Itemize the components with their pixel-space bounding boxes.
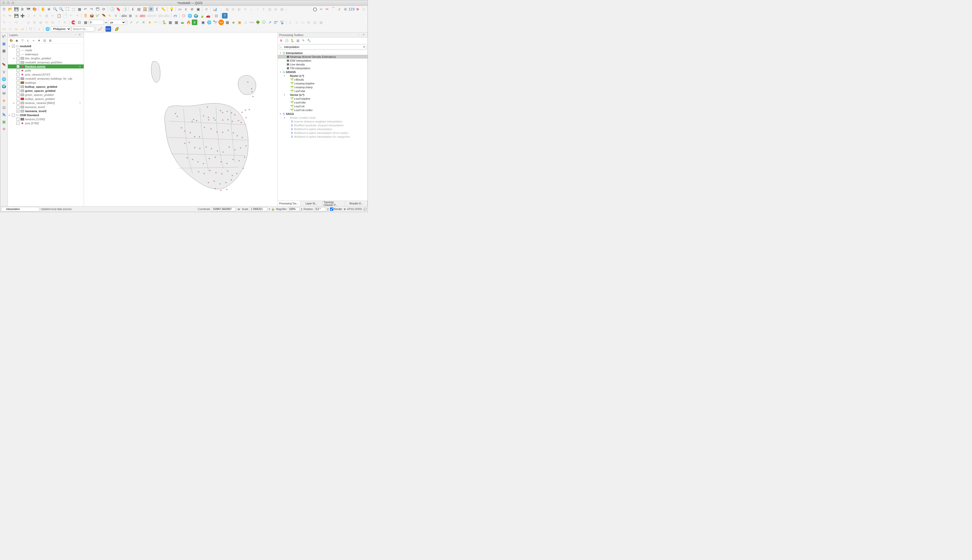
zoom-out-button[interactable]: 🔍	[58, 6, 64, 12]
panel-undock-button[interactable]: ▫	[75, 33, 78, 37]
layer-row[interactable]: pois_cleaned [5747]	[8, 73, 84, 77]
processing-item[interactable]: 🌱v.surf.bspline	[278, 97, 368, 100]
rot-spin-icon[interactable]: ▴▾	[327, 207, 328, 211]
ref-button[interactable]: Ref	[218, 20, 224, 25]
layer-row[interactable]: ▸landuse_cleaned [8863]▽	[8, 101, 84, 105]
processing-tab[interactable]: Processing Too...	[278, 201, 300, 206]
mesh-layer-button[interactable]: ▩	[1, 48, 7, 54]
panel-close-button[interactable]: ✕	[78, 33, 82, 37]
processing-tab[interactable]: Layer St...	[300, 201, 323, 206]
array-button[interactable]: ⊞	[343, 6, 348, 12]
processing-item[interactable]: 🌱r.surf.idw	[278, 89, 368, 93]
data-source-button[interactable]: 🗄	[83, 13, 88, 18]
globe-button[interactable]: 🌐	[206, 20, 212, 25]
attribute-table-button[interactable]: ▤	[136, 6, 142, 12]
proc-options-button[interactable]: 🔧	[307, 38, 311, 43]
layer-row[interactable]: ✓tasmania_level2	[8, 109, 84, 113]
layer-filter-button[interactable]: ▽	[20, 38, 25, 43]
brightness-up-button[interactable]: ☀	[242, 6, 248, 12]
topo-edit-button[interactable]: ▦	[83, 20, 88, 25]
cube-button[interactable]: ▣	[237, 20, 242, 25]
python-button[interactable]: 🐍	[161, 20, 167, 25]
save-edits-button[interactable]: 💾	[13, 13, 19, 18]
rainbow-button[interactable]: 🌈	[114, 26, 120, 32]
globe-search-button[interactable]: 🌐	[45, 26, 50, 32]
layer-row[interactable]: roads	[8, 48, 84, 52]
wfs-button[interactable]: W	[1, 90, 7, 97]
cluster-button[interactable]: ∴	[243, 20, 248, 25]
label-change-button[interactable]: abc	[158, 13, 163, 18]
proc-script-button[interactable]: 🐍	[290, 38, 295, 43]
messages-button[interactable]: 💬	[363, 208, 367, 210]
render-checkbox[interactable]	[330, 207, 333, 211]
openeo-button[interactable]: openEO	[273, 20, 279, 25]
modify-attr-button[interactable]: ✎	[38, 13, 43, 18]
processing-item[interactable]: ▦TIN interpolation	[278, 66, 368, 70]
contrast-button[interactable]: ◐	[237, 6, 242, 12]
new-bookmark-button[interactable]: 📑	[122, 6, 127, 12]
layer-collapse-button[interactable]: ⊞	[48, 38, 53, 43]
target-button[interactable]: ⊕	[1, 126, 7, 132]
processing-item[interactable]: 🌱v.surf.rst	[278, 104, 368, 108]
new-shapefile-button[interactable]: V°	[95, 13, 100, 18]
terrain-button[interactable]: ⛰	[180, 20, 185, 25]
layer-expr-button[interactable]: ε	[26, 38, 30, 43]
group2-button[interactable]: ⊐	[294, 20, 299, 25]
minimize-window[interactable]	[7, 2, 10, 4]
locator-search-input[interactable]	[1, 207, 39, 212]
tile-button[interactable]: 🛰	[1, 112, 7, 118]
delete-selected-button[interactable]: 🗑	[44, 13, 50, 18]
processing-item[interactable]: SMultilevel b-spline interpolation (from…	[278, 131, 368, 135]
cut-features-button[interactable]: ✂	[50, 13, 55, 18]
snapping-button[interactable]: 🧲	[70, 20, 76, 25]
raster-layer-button[interactable]: ▦	[1, 41, 7, 47]
snapping-options-button[interactable]: ⊡	[77, 20, 82, 25]
snap-button[interactable]: ⊡	[361, 6, 367, 12]
offset-button[interactable]: ⫽	[337, 6, 342, 12]
help-button[interactable]: ?	[222, 13, 228, 18]
add-ring-button[interactable]: ◎	[26, 20, 31, 25]
processing-item[interactable]: ▾QInterpolation	[278, 51, 368, 55]
magnifier-input[interactable]	[288, 207, 300, 211]
grid-tool-button[interactable]: ▦	[225, 20, 230, 25]
overlay-button[interactable]: ▣	[200, 20, 206, 25]
edc-button[interactable]: EDC	[105, 26, 111, 32]
raster-analysis-button[interactable]: ▩	[173, 20, 179, 25]
layer-row[interactable]: builtup_spaces_gridded	[8, 97, 84, 101]
select-by-button[interactable]: ▭	[13, 26, 19, 32]
processing-tab[interactable]: Topology Checker P...	[323, 201, 345, 206]
processing-tree[interactable]: ▾QInterpolation▦Heatmap (Kernel Density …	[278, 50, 368, 201]
save-project-button[interactable]: 💾	[13, 6, 19, 12]
processing-item[interactable]: SInverse distance weighted interpolation	[278, 120, 368, 123]
new-memory-button[interactable]: ✎	[107, 13, 113, 18]
virtual-button[interactable]: V	[1, 69, 7, 75]
crs-label[interactable]: EPSG:28355	[347, 208, 362, 210]
proc-history-button[interactable]: 🕓	[284, 38, 289, 43]
open-project-button[interactable]: 📂	[7, 6, 13, 12]
group3-button[interactable]: ▭	[300, 20, 305, 25]
db-manager-button[interactable]: 🗃	[172, 13, 178, 18]
group6-button[interactable]: ▦	[318, 20, 323, 25]
edit-button[interactable]: ✏	[7, 13, 13, 18]
maximize-window[interactable]	[12, 2, 14, 4]
proc-edit-button[interactable]: ✎	[301, 38, 306, 43]
fill-ring-button[interactable]: ◍	[38, 20, 43, 25]
processing-item[interactable]: ▦IDW interpolation	[278, 58, 368, 62]
close-window[interactable]	[2, 2, 5, 4]
select-loc-button[interactable]: ▭	[20, 26, 25, 32]
processing-item[interactable]: SMultilevel b-spline interpolation for c…	[278, 135, 368, 138]
processing-item[interactable]: ▾GGRASS	[278, 70, 368, 74]
pca-button[interactable]: PCA	[249, 20, 254, 25]
raster-align-button[interactable]: ⊞	[273, 6, 278, 12]
bookmark-button[interactable]: 🔖	[115, 6, 121, 12]
select-tool-button[interactable]: ▭	[1, 26, 7, 32]
pan-button[interactable]: ✋	[40, 6, 46, 12]
group1-button[interactable]: ⊏	[288, 20, 293, 25]
layer-row[interactable]: builtup_spaces_gridded	[8, 85, 84, 89]
save-as-button[interactable]: 🗎	[20, 6, 25, 12]
curve-button[interactable]: 〰	[153, 20, 158, 25]
layer-row[interactable]: ▸line_lengths_gridded	[8, 56, 84, 60]
style-manager-button[interactable]: 🎨	[32, 6, 37, 12]
coord-input[interactable]	[212, 207, 236, 211]
rotation-input[interactable]	[315, 207, 326, 211]
